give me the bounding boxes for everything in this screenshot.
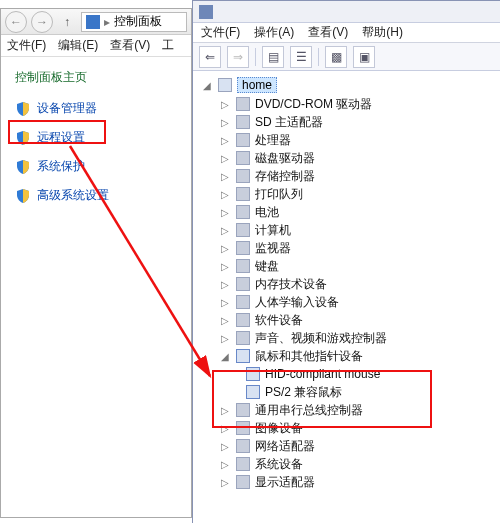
cpu-icon: [235, 132, 251, 148]
hid-icon: [235, 294, 251, 310]
monitor-icon: [235, 240, 251, 256]
menu-tools[interactable]: 工: [162, 37, 174, 54]
node-system[interactable]: ▷系统设备: [201, 455, 500, 473]
address-text: 控制面板: [114, 13, 162, 30]
dm-title-bar: [193, 1, 500, 23]
network-icon: [235, 438, 251, 454]
tree-root[interactable]: ◢ home: [201, 77, 500, 93]
expand-icon[interactable]: ▷: [219, 279, 231, 290]
usb-icon: [235, 402, 251, 418]
collapse-icon[interactable]: ◢: [219, 351, 231, 362]
expand-icon[interactable]: ▷: [219, 423, 231, 434]
link-advanced-settings[interactable]: 高级系统设置: [15, 187, 191, 204]
tool-forward[interactable]: ⇒: [227, 46, 249, 68]
expand-icon[interactable]: ▷: [219, 207, 231, 218]
expand-icon[interactable]: ▷: [219, 117, 231, 128]
expand-icon[interactable]: ▷: [219, 405, 231, 416]
node-sound[interactable]: ▷声音、视频和游戏控制器: [201, 329, 500, 347]
disc-icon: [235, 96, 251, 112]
device-tree: ◢ home ▷DVD/CD-ROM 驱动器 ▷SD 主适配器 ▷处理器 ▷磁盘…: [193, 71, 500, 521]
node-display[interactable]: ▷显示适配器: [201, 473, 500, 491]
expand-icon[interactable]: ▷: [219, 261, 231, 272]
tool-help[interactable]: ▩: [325, 46, 347, 68]
link-label: 高级系统设置: [37, 187, 109, 204]
node-storage[interactable]: ▷存储控制器: [201, 167, 500, 185]
node-software[interactable]: ▷软件设备: [201, 311, 500, 329]
node-disk[interactable]: ▷磁盘驱动器: [201, 149, 500, 167]
link-system-protection[interactable]: 系统保护: [15, 158, 191, 175]
expand-icon[interactable]: ▷: [219, 135, 231, 146]
address-bar[interactable]: ▸ 控制面板: [81, 12, 187, 32]
expand-icon[interactable]: ▷: [219, 297, 231, 308]
back-button[interactable]: ←: [5, 11, 27, 33]
expand-icon[interactable]: ▷: [219, 153, 231, 164]
cp-nav-bar: ← → ↑ ▸ 控制面板: [1, 9, 191, 35]
shield-icon: [15, 159, 31, 175]
node-memtech[interactable]: ▷内存技术设备: [201, 275, 500, 293]
device-manager-title-icon: [199, 5, 213, 19]
node-monitor[interactable]: ▷监视器: [201, 239, 500, 257]
expand-icon[interactable]: ▷: [219, 477, 231, 488]
menu-edit[interactable]: 编辑(E): [58, 37, 98, 54]
sound-icon: [235, 330, 251, 346]
expand-icon[interactable]: ▷: [219, 333, 231, 344]
node-sd[interactable]: ▷SD 主适配器: [201, 113, 500, 131]
menu-action[interactable]: 操作(A): [254, 24, 294, 41]
dm-menu-bar: 文件(F) 操作(A) 查看(V) 帮助(H): [193, 23, 500, 43]
link-label: 设备管理器: [37, 100, 97, 117]
root-label: home: [237, 77, 277, 93]
node-mouse-hid[interactable]: HID-compliant mouse: [201, 365, 500, 383]
expand-icon[interactable]: ▷: [219, 99, 231, 110]
device-manager-window: 文件(F) 操作(A) 查看(V) 帮助(H) ⇐ ⇒ ▤ ☰ ▩ ▣ ◢ ho…: [192, 0, 500, 523]
node-print[interactable]: ▷打印队列: [201, 185, 500, 203]
node-keyboard[interactable]: ▷键盘: [201, 257, 500, 275]
tool-show-hide[interactable]: ▤: [262, 46, 284, 68]
link-device-manager[interactable]: 设备管理器: [15, 100, 191, 117]
battery-icon: [235, 204, 251, 220]
node-mouse-ps2[interactable]: PS/2 兼容鼠标: [201, 383, 500, 401]
system-icon: [235, 456, 251, 472]
node-cpu[interactable]: ▷处理器: [201, 131, 500, 149]
cp-body: 控制面板主页 设备管理器 远程设置 系统保护 高级系统设置: [1, 57, 191, 204]
computer-icon: [235, 222, 251, 238]
expand-icon[interactable]: ▷: [219, 243, 231, 254]
node-image[interactable]: ▷图像设备: [201, 419, 500, 437]
collapse-icon[interactable]: ◢: [201, 80, 213, 91]
shield-icon: [15, 130, 31, 146]
sd-icon: [235, 114, 251, 130]
tool-back[interactable]: ⇐: [199, 46, 221, 68]
menu-file[interactable]: 文件(F): [201, 24, 240, 41]
shield-icon: [15, 101, 31, 117]
node-computer[interactable]: ▷计算机: [201, 221, 500, 239]
tool-properties[interactable]: ☰: [290, 46, 312, 68]
expand-icon[interactable]: ▷: [219, 189, 231, 200]
image-icon: [235, 420, 251, 436]
node-mouse[interactable]: ◢鼠标和其他指针设备: [201, 347, 500, 365]
menu-view[interactable]: 查看(V): [308, 24, 348, 41]
node-dvd[interactable]: ▷DVD/CD-ROM 驱动器: [201, 95, 500, 113]
memory-icon: [235, 276, 251, 292]
forward-button[interactable]: →: [31, 11, 53, 33]
up-button[interactable]: ↑: [57, 12, 77, 32]
expand-icon[interactable]: ▷: [219, 171, 231, 182]
software-icon: [235, 312, 251, 328]
menu-file[interactable]: 文件(F): [7, 37, 46, 54]
link-label: 远程设置: [37, 129, 85, 146]
expand-icon[interactable]: ▷: [219, 459, 231, 470]
tool-scan[interactable]: ▣: [353, 46, 375, 68]
menu-help[interactable]: 帮助(H): [362, 24, 403, 41]
mouse-icon: [235, 348, 251, 364]
node-battery[interactable]: ▷电池: [201, 203, 500, 221]
link-remote-settings[interactable]: 远程设置: [15, 129, 191, 146]
control-panel-icon: [86, 15, 100, 29]
menu-view[interactable]: 查看(V): [110, 37, 150, 54]
node-usb[interactable]: ▷通用串行总线控制器: [201, 401, 500, 419]
node-hid[interactable]: ▷人体学输入设备: [201, 293, 500, 311]
link-label: 系统保护: [37, 158, 85, 175]
expand-icon[interactable]: ▷: [219, 441, 231, 452]
expand-icon[interactable]: ▷: [219, 315, 231, 326]
expand-icon[interactable]: ▷: [219, 225, 231, 236]
node-network[interactable]: ▷网络适配器: [201, 437, 500, 455]
storage-icon: [235, 168, 251, 184]
cp-home-link[interactable]: 控制面板主页: [15, 69, 191, 86]
